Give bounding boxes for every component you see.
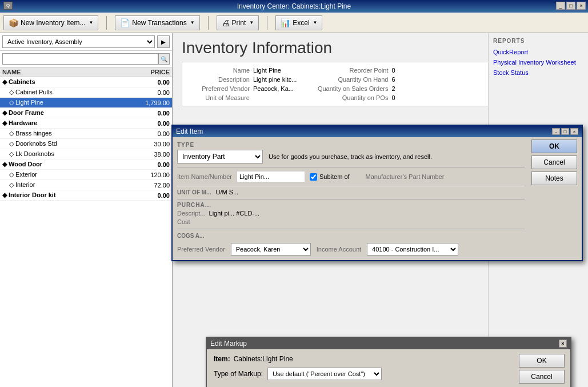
new-inventory-label: New Inventory Item... bbox=[21, 19, 85, 27]
edit-item-maximize[interactable]: □ bbox=[561, 128, 569, 135]
edit-item-notes-btn[interactable]: Notes bbox=[531, 171, 577, 185]
uom-row: Unit of Measure bbox=[187, 94, 297, 101]
excel-btn[interactable]: 📊 Excel ▼ bbox=[275, 15, 322, 30]
edit-item-cancel-btn[interactable]: Cancel bbox=[531, 155, 577, 169]
list-item[interactable]: ◇ Lk Doorknobs 38.00 bbox=[0, 149, 172, 159]
markup-type-label: Type of Markup: bbox=[214, 370, 263, 378]
item-price: 0.00 bbox=[130, 120, 170, 127]
physical-inventory-link[interactable]: Physical Inventory Worksheet bbox=[493, 59, 583, 66]
new-transactions-btn[interactable]: 📄 New Transactions ▼ bbox=[115, 15, 199, 30]
item-name: ◇ Exterior bbox=[9, 171, 130, 178]
edit-item-title-bar[interactable]: Edit Item - □ × bbox=[173, 126, 582, 137]
qty-pos-row: Quantity on POs 0 bbox=[308, 94, 395, 101]
toolbar-separator-2 bbox=[208, 16, 209, 30]
item-name: ◇ Light Pine bbox=[9, 99, 130, 106]
qty-sales-value: 2 bbox=[391, 85, 395, 92]
close-btn[interactable]: × bbox=[577, 2, 586, 10]
qty-hand-value: 6 bbox=[391, 76, 395, 83]
new-transactions-dropdown-icon: ▼ bbox=[190, 20, 195, 25]
edit-item-ok-btn[interactable]: OK bbox=[531, 139, 577, 153]
list-item[interactable]: ◆ Cabinets 0.00 bbox=[0, 77, 172, 87]
new-transactions-label: New Transactions bbox=[132, 19, 186, 27]
income-account-select[interactable]: 40100 - Construction I... bbox=[367, 243, 458, 256]
sidebar-header: Active Inventory, Assembly ▶ bbox=[0, 33, 172, 51]
type-row: Inventory Part Use for goods you purchas… bbox=[177, 150, 525, 163]
reorder-value: 0 bbox=[391, 67, 395, 74]
stock-status-link[interactable]: Stock Status bbox=[493, 69, 583, 76]
preferred-vendor-select[interactable]: Peacock, Karen bbox=[231, 243, 311, 256]
item-price: 120.00 bbox=[130, 171, 170, 178]
new-inventory-dropdown-icon: ▼ bbox=[89, 20, 93, 25]
list-item[interactable]: ◆ Door Frame 0.00 bbox=[0, 108, 172, 118]
sidebar-table-header: NAME PRICE bbox=[0, 67, 172, 77]
item-name: ◆ Interior Door kit bbox=[2, 191, 130, 199]
minimize-btn[interactable]: _ bbox=[556, 2, 565, 10]
markup-cancel-btn[interactable]: Cancel bbox=[519, 370, 565, 384]
edit-item-dialog: Edit Item - □ × TYPE Inventory Part Use … bbox=[171, 125, 583, 261]
print-dropdown-icon: ▼ bbox=[249, 20, 254, 25]
markup-type-select[interactable]: Use default ("Percent over Cost") bbox=[267, 368, 382, 380]
maximize-btn[interactable]: □ bbox=[566, 2, 575, 10]
edit-item-controls: - □ × bbox=[552, 128, 578, 135]
cogs-label: COGS A... bbox=[177, 233, 204, 239]
quickreport-link[interactable]: QuickReport bbox=[493, 49, 583, 55]
cost-label: Cost bbox=[177, 218, 190, 225]
subitem-checkbox-label: Subitem of bbox=[310, 173, 350, 181]
list-item[interactable]: ◆ Hardware 0.00 bbox=[0, 118, 172, 129]
manufacturer-label: Manufacturer's Part Number bbox=[366, 173, 445, 180]
edit-item-minimize[interactable]: - bbox=[552, 128, 560, 135]
list-item[interactable]: ◆ Wood Door 0.00 bbox=[0, 159, 172, 170]
item-price: 0.00 bbox=[130, 161, 170, 168]
item-name: ◇ Brass hinges bbox=[9, 130, 130, 137]
window-controls[interactable]: _ □ × bbox=[556, 2, 586, 10]
name-label: Name bbox=[187, 67, 250, 74]
search-btn[interactable]: 🔍 bbox=[158, 53, 170, 65]
new-inventory-icon: 📦 bbox=[9, 18, 18, 27]
item-price: 1,799.00 bbox=[130, 99, 170, 106]
sidebar-list: ◆ Cabinets 0.00 ◇ Cabinet Pulls 0.00 ◇ L… bbox=[0, 77, 172, 387]
subitem-checkbox[interactable] bbox=[310, 173, 317, 181]
desc-label: Description bbox=[187, 76, 250, 83]
search-input[interactable] bbox=[2, 53, 158, 65]
markup-buttons: OK Cancel bbox=[519, 354, 565, 384]
list-item[interactable]: ◇ Doorknobs Std 30.00 bbox=[0, 139, 172, 149]
edit-markup-title-bar[interactable]: Edit Markup × bbox=[207, 338, 570, 349]
list-item[interactable]: ◆ Interior Door kit 0.00 bbox=[0, 190, 172, 201]
new-inventory-btn[interactable]: 📦 New Inventory Item... ▼ bbox=[3, 15, 98, 30]
item-name-input[interactable] bbox=[237, 171, 305, 182]
list-item[interactable]: ◇ Interior 72.00 bbox=[0, 180, 172, 190]
item-price: 0.00 bbox=[130, 192, 170, 199]
app-title: Inventory Center: Cabinets:Light Pine bbox=[237, 2, 351, 10]
list-item[interactable]: ◇ Cabinet Pulls 0.00 bbox=[0, 87, 172, 98]
cogs-section: COGS A... bbox=[177, 229, 525, 240]
list-item[interactable]: ◇ Exterior 120.00 bbox=[0, 170, 172, 180]
uom-row: UNIT OF M... U/M S... bbox=[177, 186, 525, 196]
markup-ok-btn[interactable]: OK bbox=[519, 354, 565, 368]
list-item-light-pine[interactable]: ◇ Light Pine 1,799.00 bbox=[0, 98, 172, 108]
print-btn[interactable]: 🖨 Print ▼ bbox=[217, 15, 259, 30]
list-item[interactable]: ◇ Brass hinges 0.00 bbox=[0, 129, 172, 139]
sidebar-expand-btn[interactable]: ▶ bbox=[157, 35, 170, 48]
markup-item-label: Item: bbox=[214, 355, 230, 363]
new-transactions-icon: 📄 bbox=[120, 18, 130, 27]
toolbar-separator-1 bbox=[106, 16, 107, 30]
qty-hand-label: Quantity On Hand bbox=[308, 76, 388, 83]
item-name: ◆ Door Frame bbox=[2, 109, 130, 117]
filter-dropdown[interactable]: Active Inventory, Assembly bbox=[2, 35, 155, 48]
sidebar: Active Inventory, Assembly ▶ 🔍 NAME PRIC… bbox=[0, 33, 173, 387]
markup-item-value: Cabinets:Light Pine bbox=[234, 355, 293, 363]
edit-item-title: Edit Item bbox=[176, 127, 203, 135]
markup-close-btn[interactable]: × bbox=[559, 340, 567, 348]
purchase-desc-value: Light pi... #CLD-... bbox=[209, 210, 260, 217]
qty-hand-row: Quantity On Hand 6 bbox=[308, 76, 395, 83]
purchase-desc-row: Descript... Light pi... #CLD-... bbox=[177, 210, 525, 217]
purchase-section: PURCHA... Descript... Light pi... #CLD-.… bbox=[177, 199, 525, 225]
edit-item-close[interactable]: × bbox=[570, 128, 578, 135]
sidebar-search-area: 🔍 bbox=[0, 51, 172, 67]
qty-pos-label: Quantity on POs bbox=[308, 94, 388, 101]
inventory-info-title: Inventory Information bbox=[182, 39, 332, 57]
type-section: TYPE Inventory Part Use for goods you pu… bbox=[177, 142, 525, 163]
type-select[interactable]: Inventory Part bbox=[177, 150, 263, 163]
item-name-label: Item Name/Number bbox=[177, 173, 232, 180]
item-name: ◇ Doorknobs Std bbox=[9, 140, 130, 147]
